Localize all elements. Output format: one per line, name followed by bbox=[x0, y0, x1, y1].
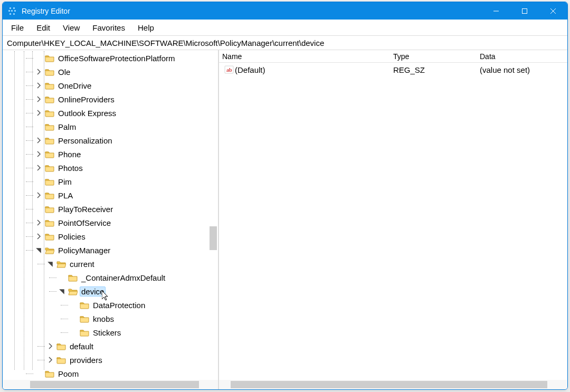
chevron-right-icon[interactable] bbox=[35, 82, 43, 89]
chevron-down-icon[interactable] bbox=[47, 260, 54, 267]
tree-item[interactable]: Phone bbox=[3, 147, 218, 161]
tree-item-label: OnlineProviders bbox=[56, 94, 116, 104]
folder-open-icon bbox=[45, 246, 54, 254]
folder-icon bbox=[45, 95, 54, 103]
tree-item[interactable]: Policies bbox=[3, 230, 218, 243]
tree-item-label: providers bbox=[68, 355, 104, 365]
tree-item[interactable]: PlayToReceiver bbox=[3, 202, 218, 216]
chevron-none bbox=[59, 274, 66, 281]
value-type: REG_SZ bbox=[390, 65, 477, 74]
tree-item[interactable]: Poom bbox=[3, 367, 218, 380]
tree-vertical-scrollbar-thumb[interactable] bbox=[210, 226, 217, 250]
menu-edit[interactable]: Edit bbox=[30, 21, 56, 34]
tree-item[interactable]: device bbox=[3, 284, 218, 298]
chevron-none bbox=[35, 54, 43, 62]
list-row[interactable]: (Default)REG_SZ(value not set) bbox=[219, 63, 567, 77]
tree-item[interactable]: PLA bbox=[3, 188, 218, 202]
chevron-none bbox=[70, 315, 78, 322]
maximize-button[interactable] bbox=[510, 2, 539, 20]
folder-icon bbox=[45, 178, 54, 185]
folder-icon bbox=[68, 274, 78, 281]
folder-icon bbox=[45, 233, 54, 240]
chevron-right-icon[interactable] bbox=[35, 164, 43, 171]
window-title: Registry Editor bbox=[22, 7, 482, 15]
tree-item[interactable]: Ole bbox=[3, 65, 218, 79]
menu-file[interactable]: File bbox=[5, 21, 30, 34]
folder-icon bbox=[45, 68, 54, 75]
chevron-none bbox=[70, 301, 78, 309]
folder-icon bbox=[80, 301, 89, 309]
tree-item-label: Policies bbox=[56, 232, 87, 242]
tree-item[interactable]: DataProtection bbox=[3, 298, 218, 312]
column-header-type[interactable]: Type bbox=[390, 52, 477, 61]
list-horizontal-scrollbar-thumb[interactable] bbox=[231, 381, 547, 388]
chevron-right-icon[interactable] bbox=[47, 356, 54, 364]
registry-tree[interactable]: OfficeSoftwareProtectionPlatformOleOneDr… bbox=[3, 50, 218, 380]
value-data: (value not set) bbox=[477, 65, 566, 74]
chevron-right-icon[interactable] bbox=[35, 68, 43, 75]
chevron-down-icon[interactable] bbox=[35, 246, 43, 254]
titlebar[interactable]: Registry Editor bbox=[3, 2, 567, 20]
column-header-name[interactable]: Name bbox=[219, 52, 390, 61]
tree-item-label: _ContainerAdmxDefault bbox=[80, 273, 167, 283]
chevron-right-icon[interactable] bbox=[35, 192, 43, 199]
tree-item[interactable]: PolicyManager bbox=[3, 243, 218, 257]
tree-item-label: current bbox=[68, 259, 96, 269]
window: Registry Editor FileEditViewFavoritesHel… bbox=[2, 2, 568, 390]
tree-item[interactable]: Palm bbox=[3, 120, 218, 133]
tree-item-label: DataProtection bbox=[91, 300, 147, 310]
chevron-none bbox=[35, 370, 43, 377]
chevron-right-icon[interactable] bbox=[35, 95, 43, 103]
address-text: Computer\HKEY_LOCAL_MACHINE\SOFTWARE\Mic… bbox=[7, 39, 324, 47]
tree-item-label: knobs bbox=[91, 314, 116, 324]
tree-item[interactable]: OnlineProviders bbox=[3, 92, 218, 106]
tree-item[interactable]: Photos bbox=[3, 161, 218, 175]
chevron-down-icon[interactable] bbox=[59, 288, 66, 295]
tree-item-label: PointOfService bbox=[56, 218, 112, 228]
minimize-button[interactable] bbox=[482, 2, 510, 20]
tree-item[interactable]: Pim bbox=[3, 175, 218, 188]
string-value-icon bbox=[224, 65, 234, 74]
tree-item[interactable]: PointOfService bbox=[3, 216, 218, 230]
close-button[interactable] bbox=[539, 2, 567, 20]
tree-item[interactable]: providers bbox=[3, 353, 218, 367]
chevron-none bbox=[70, 329, 78, 336]
chevron-right-icon[interactable] bbox=[47, 342, 54, 350]
menubar: FileEditViewFavoritesHelp bbox=[3, 20, 567, 35]
folder-icon bbox=[45, 370, 54, 377]
tree-item[interactable]: Personalization bbox=[3, 133, 218, 147]
list-rows[interactable]: (Default)REG_SZ(value not set) bbox=[219, 63, 567, 380]
tree-item[interactable]: default bbox=[3, 339, 218, 353]
chevron-right-icon[interactable] bbox=[35, 137, 43, 144]
address-bar[interactable]: Computer\HKEY_LOCAL_MACHINE\SOFTWARE\Mic… bbox=[3, 35, 567, 50]
tree-item[interactable]: current bbox=[3, 257, 218, 271]
tree-item[interactable]: Outlook Express bbox=[3, 106, 218, 120]
list-horizontal-scrollbar[interactable] bbox=[219, 380, 567, 389]
column-header-data[interactable]: Data bbox=[477, 52, 566, 61]
tree-item[interactable]: Stickers bbox=[3, 326, 218, 339]
chevron-right-icon[interactable] bbox=[35, 150, 43, 158]
menu-view[interactable]: View bbox=[56, 21, 86, 34]
chevron-right-icon[interactable] bbox=[35, 233, 43, 240]
svg-rect-9 bbox=[522, 8, 527, 13]
folder-icon bbox=[45, 164, 54, 171]
tree-item[interactable]: OneDrive bbox=[3, 79, 218, 92]
menu-help[interactable]: Help bbox=[131, 21, 160, 34]
tree-item[interactable]: _ContainerAdmxDefault bbox=[3, 271, 218, 284]
list-header: NameTypeData bbox=[219, 50, 567, 63]
menu-favorites[interactable]: Favorites bbox=[86, 21, 131, 34]
folder-icon bbox=[45, 109, 54, 117]
tree-panel: OfficeSoftwareProtectionPlatformOleOneDr… bbox=[3, 50, 219, 389]
tree-item[interactable]: knobs bbox=[3, 312, 218, 326]
chevron-right-icon[interactable] bbox=[35, 109, 43, 117]
folder-icon bbox=[56, 342, 66, 350]
list-panel: NameTypeData (Default)REG_SZ(value not s… bbox=[219, 50, 567, 389]
chevron-right-icon[interactable] bbox=[35, 219, 43, 226]
folder-open-icon bbox=[68, 288, 78, 295]
tree-item[interactable]: OfficeSoftwareProtectionPlatform bbox=[3, 51, 218, 65]
tree-horizontal-scrollbar-thumb[interactable] bbox=[30, 381, 199, 388]
folder-icon bbox=[56, 356, 66, 364]
tree-item-label: OneDrive bbox=[56, 81, 93, 91]
folder-icon bbox=[45, 219, 54, 226]
tree-horizontal-scrollbar[interactable] bbox=[3, 380, 218, 389]
